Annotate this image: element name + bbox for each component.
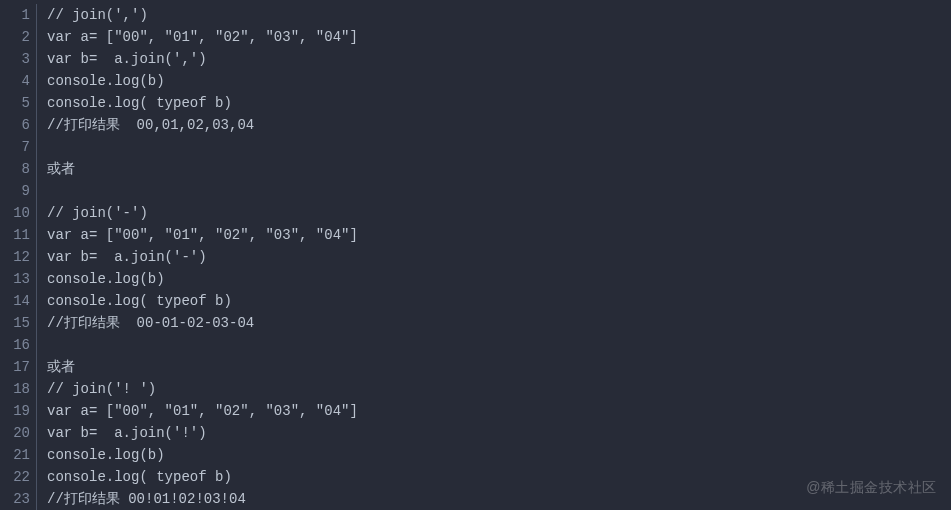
line-number: 4 xyxy=(0,70,30,92)
code-line: // join('-') xyxy=(47,202,951,224)
code-line: console.log(b) xyxy=(47,70,951,92)
line-number: 2 xyxy=(0,26,30,48)
code-line: console.log( typeof b) xyxy=(47,290,951,312)
line-number: 7 xyxy=(0,136,30,158)
line-number: 16 xyxy=(0,334,30,356)
line-number: 19 xyxy=(0,400,30,422)
code-area: // join(',')var a= ["00", "01", "02", "0… xyxy=(47,4,951,510)
line-number: 14 xyxy=(0,290,30,312)
code-line: var b= a.join('!') xyxy=(47,422,951,444)
line-number: 10 xyxy=(0,202,30,224)
line-number: 23 xyxy=(0,488,30,510)
code-line: //打印结果 00-01-02-03-04 xyxy=(47,312,951,334)
line-number: 6 xyxy=(0,114,30,136)
code-line: var a= ["00", "01", "02", "03", "04"] xyxy=(47,224,951,246)
code-line: console.log(b) xyxy=(47,444,951,466)
code-line: 或者 xyxy=(47,356,951,378)
line-number: 17 xyxy=(0,356,30,378)
line-number: 3 xyxy=(0,48,30,70)
line-number: 1 xyxy=(0,4,30,26)
line-number-gutter: 1234567891011121314151617181920212223 xyxy=(0,4,36,510)
code-line: var a= ["00", "01", "02", "03", "04"] xyxy=(47,400,951,422)
code-line: var a= ["00", "01", "02", "03", "04"] xyxy=(47,26,951,48)
code-line xyxy=(47,334,951,356)
code-line: //打印结果 00!01!02!03!04 xyxy=(47,488,951,510)
line-number: 15 xyxy=(0,312,30,334)
line-number: 8 xyxy=(0,158,30,180)
gutter-divider xyxy=(36,4,37,510)
code-line: var b= a.join(',') xyxy=(47,48,951,70)
code-line: console.log( typeof b) xyxy=(47,466,951,488)
line-number: 20 xyxy=(0,422,30,444)
line-number: 13 xyxy=(0,268,30,290)
line-number: 18 xyxy=(0,378,30,400)
code-line xyxy=(47,136,951,158)
code-line: //打印结果 00,01,02,03,04 xyxy=(47,114,951,136)
line-number: 11 xyxy=(0,224,30,246)
line-number: 22 xyxy=(0,466,30,488)
line-number: 12 xyxy=(0,246,30,268)
code-line: 或者 xyxy=(47,158,951,180)
code-line: console.log( typeof b) xyxy=(47,92,951,114)
code-editor: 1234567891011121314151617181920212223 //… xyxy=(0,0,951,510)
line-number: 5 xyxy=(0,92,30,114)
code-line: // join(',') xyxy=(47,4,951,26)
code-line: console.log(b) xyxy=(47,268,951,290)
code-line xyxy=(47,180,951,202)
code-line: var b= a.join('-') xyxy=(47,246,951,268)
line-number: 21 xyxy=(0,444,30,466)
code-line: // join('! ') xyxy=(47,378,951,400)
line-number: 9 xyxy=(0,180,30,202)
